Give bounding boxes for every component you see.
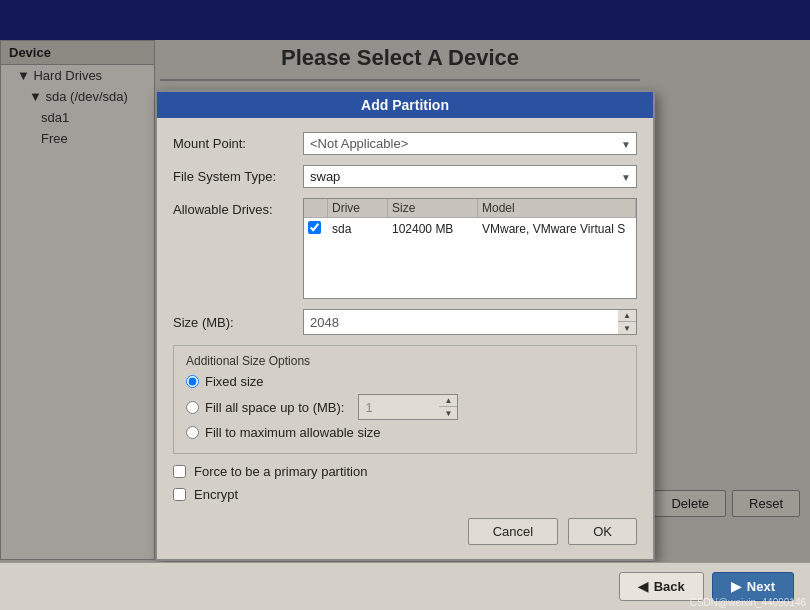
size-spinner: ▲ ▼ bbox=[303, 309, 637, 335]
radio-fill-max-label: Fill to maximum allowable size bbox=[205, 425, 381, 440]
filesystem-row: File System Type: swap bbox=[173, 165, 637, 188]
drive-checkbox[interactable] bbox=[304, 218, 328, 240]
dialog-title: Add Partition bbox=[157, 92, 653, 118]
mount-point-label: Mount Point: bbox=[173, 136, 303, 151]
drives-table-header: Drive Size Model bbox=[304, 199, 636, 218]
drive-model: VMware, VMware Virtual S bbox=[478, 219, 636, 239]
drive-name: sda bbox=[328, 219, 388, 239]
drives-table: Drive Size Model sda 102400 MB VMware, V… bbox=[303, 198, 637, 299]
back-arrow-icon: ◀ bbox=[638, 579, 648, 594]
ok-button[interactable]: OK bbox=[568, 518, 637, 545]
allowable-drives-label: Allowable Drives: bbox=[173, 198, 303, 217]
fill-spin-up[interactable]: ▲ bbox=[439, 395, 457, 407]
radio-fixed-label: Fixed size bbox=[205, 374, 264, 389]
bottom-navigation: ◀ Back ▶ Next bbox=[0, 562, 810, 610]
mount-point-row: Mount Point: <Not Applicable> bbox=[173, 132, 637, 155]
primary-label: Force to be a primary partition bbox=[194, 464, 367, 479]
radio-fill-label: Fill all space up to (MB): bbox=[205, 400, 344, 415]
cancel-button[interactable]: Cancel bbox=[468, 518, 558, 545]
fill-spin-down[interactable]: ▼ bbox=[439, 407, 457, 419]
size-label: Size (MB): bbox=[173, 315, 303, 330]
drive-size: 102400 MB bbox=[388, 219, 478, 239]
encrypt-checkbox-row: Encrypt bbox=[173, 487, 637, 502]
additional-options-title: Additional Size Options bbox=[186, 354, 624, 368]
radio-fill-max: Fill to maximum allowable size bbox=[186, 425, 624, 440]
primary-checkbox[interactable] bbox=[173, 465, 186, 478]
filesystem-label: File System Type: bbox=[173, 169, 303, 184]
additional-size-options: Additional Size Options Fixed size Fill … bbox=[173, 345, 637, 454]
mount-point-select-wrapper: <Not Applicable> bbox=[303, 132, 637, 155]
encrypt-checkbox[interactable] bbox=[173, 488, 186, 501]
radio-fixed-size: Fixed size bbox=[186, 374, 624, 389]
size-spin-buttons: ▲ ▼ bbox=[618, 309, 637, 335]
encrypt-label: Encrypt bbox=[194, 487, 238, 502]
radio-fixed-input[interactable] bbox=[186, 375, 199, 388]
size-input[interactable] bbox=[303, 309, 618, 335]
drives-table-body: sda 102400 MB VMware, VMware Virtual S bbox=[304, 218, 636, 298]
size-spin-down[interactable]: ▼ bbox=[618, 322, 636, 334]
allowable-drives-row: Allowable Drives: Drive Size Model sda 1… bbox=[173, 198, 637, 299]
radio-fill-max-input[interactable] bbox=[186, 426, 199, 439]
col-drive: Drive bbox=[328, 199, 388, 217]
table-row[interactable]: sda 102400 MB VMware, VMware Virtual S bbox=[304, 218, 636, 240]
fill-up-to-input[interactable] bbox=[358, 394, 439, 420]
filesystem-select[interactable]: swap bbox=[303, 165, 637, 188]
size-spin-up[interactable]: ▲ bbox=[618, 310, 636, 322]
size-control: ▲ ▼ bbox=[303, 309, 637, 335]
col-model: Model bbox=[478, 199, 636, 217]
next-arrow-icon: ▶ bbox=[731, 579, 741, 594]
mount-point-select[interactable]: <Not Applicable> bbox=[303, 132, 637, 155]
col-size: Size bbox=[388, 199, 478, 217]
mount-point-control: <Not Applicable> bbox=[303, 132, 637, 155]
fill-spin-buttons: ▲ ▼ bbox=[439, 394, 458, 420]
add-partition-dialog: Add Partition Mount Point: <Not Applicab… bbox=[155, 90, 655, 561]
dialog-buttons: Cancel OK bbox=[173, 510, 637, 545]
radio-fill-up-to: Fill all space up to (MB): ▲ ▼ bbox=[186, 394, 624, 420]
filesystem-select-wrapper: swap bbox=[303, 165, 637, 188]
size-row: Size (MB): ▲ ▼ bbox=[173, 309, 637, 335]
watermark: CSDN@weixin_44090146 bbox=[690, 597, 806, 608]
fill-up-to-spinner: ▲ ▼ bbox=[358, 394, 458, 420]
filesystem-control: swap bbox=[303, 165, 637, 188]
col-radio bbox=[304, 199, 328, 217]
radio-fill-input[interactable] bbox=[186, 401, 199, 414]
dialog-body: Mount Point: <Not Applicable> File Syste… bbox=[157, 118, 653, 559]
primary-checkbox-row: Force to be a primary partition bbox=[173, 464, 637, 479]
